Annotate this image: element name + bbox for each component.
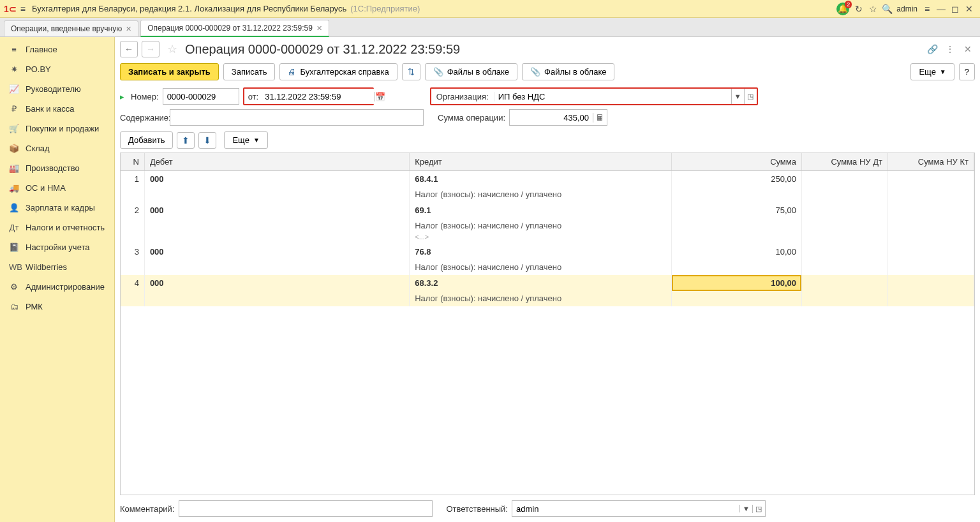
user-label[interactable]: admin [896,4,917,13]
cell-sumnudt[interactable] [801,202,887,218]
sidebar-item-1[interactable]: ✷PO.BY [0,59,114,79]
cell-credit[interactable]: 68.4.1 [410,171,672,188]
star-icon[interactable]: ☆ [866,2,880,16]
cell-debit[interactable]: 000 [144,244,409,260]
cell-sumnukt[interactable] [887,171,974,188]
dtkt-button[interactable]: ⇅ [402,63,420,80]
close-icon[interactable]: ✕ [316,24,322,33]
back-button[interactable]: ← [120,41,138,57]
minimize-icon[interactable]: — [934,2,948,16]
sidebar-item-9[interactable]: ДтНалоги и отчетность [0,218,114,237]
entries-table: N Дебет Кредит Сумма Сумма НУ Дт Сумма Н… [121,153,974,306]
cell-sumnudt[interactable] [801,244,887,260]
link-icon[interactable]: 🔗 [925,42,939,56]
responsible-input[interactable] [512,501,739,516]
tab-operations-list[interactable]: Операции, введенные вручную✕ [4,20,138,36]
kebab-icon[interactable]: ⋮ [943,42,957,56]
notifications-icon[interactable]: 🔔2 [836,3,849,15]
table-row[interactable]: 100068.4.1250,00 [121,171,974,188]
sum-input[interactable] [510,110,593,125]
chevron-down-icon[interactable]: ▼ [739,505,752,512]
organization-input[interactable] [494,89,731,104]
report-button[interactable]: 🖨Бухгалтерская справка [279,63,397,80]
sidebar-item-4[interactable]: 🛒Покупки и продажи [0,119,114,138]
tab-operation-doc[interactable]: Операция 0000-000029 от 31.12.2022 23:59… [140,20,329,37]
move-up-button[interactable]: ⬆ [177,132,195,149]
sidebar-item-0[interactable]: ≡Главное [0,40,114,59]
cell-sum[interactable]: 100,00 [672,275,802,291]
cell-sum[interactable]: 10,00 [672,244,802,260]
open-card-icon[interactable]: ◳ [744,89,757,104]
help-button[interactable]: ? [959,63,975,80]
date-input[interactable] [262,89,375,104]
cell-sumnukt[interactable] [887,244,974,260]
sidebar-item-5[interactable]: 📦Склад [0,138,114,158]
cell-debit[interactable]: 000 [144,202,409,218]
write-button[interactable]: Записать [223,63,276,80]
add-row-button[interactable]: Добавить [120,131,173,149]
calculator-icon[interactable]: 🖩 [593,113,607,123]
sidebar-label: Wildberries [26,262,67,272]
close-icon[interactable]: ✕ [126,25,131,33]
table-row[interactable]: 200069.175,00 [121,202,974,218]
cell-credit[interactable]: 76.8 [410,244,672,260]
cell-sumnukt[interactable] [887,202,974,218]
calendar-icon[interactable]: 📅 [375,92,385,101]
sidebar-item-11[interactable]: WBWildberries [0,257,114,277]
cell-n: 2 [121,202,144,218]
sidebar-label: ОС и НМА [26,183,66,193]
cell-sum[interactable]: 250,00 [672,171,802,188]
cell-sumnudt[interactable] [801,171,887,188]
files-cloud-button-1[interactable]: 📎Файлы в облаке [425,63,517,80]
cell-sumnudt[interactable] [801,275,887,291]
cell-debit[interactable]: 000 [144,171,409,188]
table-row[interactable]: 300076.810,00 [121,244,974,260]
favorite-star-icon[interactable]: ☆ [167,42,177,56]
sidebar-item-10[interactable]: 📓Настройки учета [0,237,114,257]
col-n[interactable]: N [121,153,144,171]
settings-bars-icon[interactable]: ≡ [920,2,934,16]
cell-credit[interactable]: 68.3.2 [410,275,672,291]
sidebar-item-13[interactable]: 🗂РМК [0,297,114,317]
table-row[interactable]: 400068.3.2100,00 [121,275,974,291]
table-row-sub[interactable]: Налог (взносы): начислено / уплачено [121,260,974,275]
sidebar-icon: ✷ [9,64,19,74]
files-cloud-button-2[interactable]: 📎Файлы в облаке [522,63,614,80]
cell-debit[interactable]: 000 [144,275,409,291]
move-down-button[interactable]: ⬇ [198,132,216,149]
close-window-icon[interactable]: ✕ [962,2,976,16]
maximize-icon[interactable]: ◻ [948,2,962,16]
more-button[interactable]: Еще▼ [910,63,954,80]
menu-icon[interactable]: ≡ [20,4,26,14]
close-page-icon[interactable]: ✕ [961,42,975,56]
col-sumnukt[interactable]: Сумма НУ Кт [887,153,974,171]
sidebar-item-7[interactable]: 🚚ОС и НМА [0,178,114,198]
content-input[interactable] [170,109,424,126]
search-icon[interactable]: 🔍 [880,2,894,16]
sidebar-item-2[interactable]: 📈Руководителю [0,79,114,99]
cell-sumnukt[interactable] [887,275,974,291]
history-icon[interactable]: ↻ [852,2,866,16]
table-row-sub[interactable]: Налог (взносы): начислено / уплачено [121,187,974,202]
table-more-button[interactable]: Еще▼ [224,131,267,149]
sidebar-item-6[interactable]: 🏭Производство [0,158,114,178]
col-debit[interactable]: Дебет [144,153,409,171]
col-sumnudt[interactable]: Сумма НУ Дт [801,153,887,171]
footer: Комментарий: Ответственный: ▼ ◳ [115,495,980,522]
write-close-button[interactable]: Записать и закрыть [120,63,219,80]
comment-input[interactable] [179,500,433,517]
sidebar-item-8[interactable]: 👤Зарплата и кадры [0,198,114,218]
number-input[interactable] [163,88,239,105]
table-row-sub[interactable]: Налог (взносы): начислено / уплачено<...… [121,218,974,244]
chevron-down-icon[interactable]: ▼ [731,89,744,104]
cell-credit[interactable]: 69.1 [410,202,672,218]
sidebar-item-12[interactable]: ⚙Администрирование [0,277,114,297]
table-row-sub[interactable]: Налог (взносы): начислено / уплачено [121,291,974,306]
forward-button[interactable]: → [142,41,160,57]
sidebar-item-3[interactable]: ₽Банк и касса [0,99,114,119]
form-row-content: Содержание: Сумма операции: 🖩 [115,107,980,128]
open-card-icon[interactable]: ◳ [752,505,765,513]
col-credit[interactable]: Кредит [410,153,672,171]
col-sum[interactable]: Сумма [672,153,802,171]
cell-sum[interactable]: 75,00 [672,202,802,218]
